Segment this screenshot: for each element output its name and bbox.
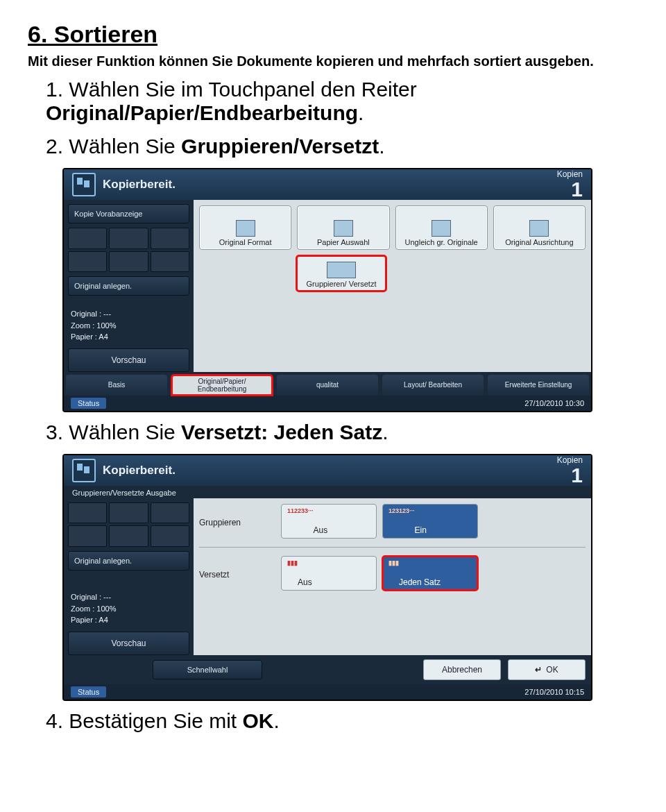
main-area: Original Format Papier Auswahl Ungleich … — [194, 200, 591, 372]
preview-button[interactable]: Vorschau — [68, 632, 189, 655]
step-4: 4. Bestätigen Sie mit OK. — [46, 709, 638, 733]
step-2-bold: Gruppieren/Versetzt — [181, 135, 379, 158]
left-sidebar: Original anlegen. Original : --- Zoom : … — [64, 498, 194, 655]
main-area: Gruppieren 112233··· Aus 123123··· Ein — [194, 498, 591, 655]
section-intro: Mit dieser Funktion können Sie Dokumente… — [28, 53, 638, 69]
orientation-button[interactable]: Original Ausrichtung — [493, 205, 586, 250]
status-chip[interactable]: Status — [71, 686, 106, 697]
panel-footer: Status 27/10/2010 10:30 — [64, 396, 591, 411]
gruppieren-aus-button[interactable]: 112233··· Aus — [281, 504, 377, 539]
paper-select-button[interactable]: Papier Auswahl — [297, 205, 389, 250]
place-original-label: Original anlegen. — [68, 276, 189, 296]
gruppieren-label: Gruppieren — [199, 504, 275, 539]
step-3-text: 3. Wählen Sie — [46, 421, 181, 443]
touchscreen-screenshot-2: Kopierbereit. Kopien 1 Gruppieren/Verset… — [62, 454, 592, 701]
tab-basis[interactable]: Basis — [66, 375, 167, 396]
period: . — [382, 421, 388, 443]
tab-advanced[interactable]: Erweiterte Einstellung — [488, 375, 589, 396]
group-offset-button[interactable]: Gruppieren/ Versetzt — [296, 255, 386, 291]
panel-header: Kopierbereit. Kopien 1 — [64, 169, 591, 200]
stack-icon: ▮▮▮ — [287, 559, 298, 566]
tab-row: Basis Original/Papier/ Endbearbeitung qu… — [64, 372, 591, 396]
panel-footer: Status 27/10/2010 10:15 — [64, 684, 591, 700]
enter-icon: ↵ — [535, 665, 542, 675]
place-original-label: Original anlegen. — [68, 551, 189, 570]
pages-icon: 123123··· — [388, 507, 415, 514]
preview-grid — [68, 502, 189, 547]
step-1: 1. Wählen Sie im Touchpanel den Reiter O… — [46, 78, 638, 125]
datetime: 27/10/2010 10:15 — [524, 688, 584, 696]
offset-icon: ▮▮▮ — [388, 559, 399, 566]
tab-layout[interactable]: Layout/ Bearbeiten — [382, 375, 484, 396]
sub-header: Gruppieren/Versetzte Ausgabe — [64, 486, 591, 498]
copy-icon — [72, 459, 96, 482]
step-4-bold: OK — [242, 709, 273, 732]
tab-original-papier[interactable]: Original/Papier/ Endbearbeitung — [171, 375, 273, 396]
cancel-button[interactable]: Abbrechen — [423, 659, 501, 680]
panel-header: Kopierbereit. Kopien 1 — [64, 455, 591, 486]
schnellwahl-button[interactable]: Schnellwahl — [153, 660, 262, 679]
datetime: 27/10/2010 10:30 — [524, 399, 584, 407]
pages-icon: 112233··· — [287, 507, 314, 514]
step-3-bold: Versetzt: Jeden Satz — [181, 421, 382, 443]
period: . — [273, 709, 279, 732]
versetzt-aus-button[interactable]: ▮▮▮ Aus — [281, 556, 377, 591]
step-2-text: 2. Wählen Sie — [46, 135, 181, 158]
step-4-text: 4. Bestätigen Sie mit — [46, 709, 242, 732]
preview-button[interactable]: Vorschau — [68, 348, 189, 372]
step-3: 3. Wählen Sie Versetzt: Jeden Satz. — [46, 421, 638, 444]
period: . — [358, 101, 364, 124]
touchscreen-screenshot-1: Kopierbereit. Kopien 1 Kopie Vorabanzeig… — [62, 168, 592, 412]
original-format-button[interactable]: Original Format — [199, 205, 291, 250]
period: . — [379, 135, 384, 158]
status-chip[interactable]: Status — [71, 398, 106, 409]
copy-icon — [72, 173, 96, 196]
tab-qualitat[interactable]: qualitat — [277, 375, 378, 396]
step-1-text: 1. Wählen Sie im Touchpanel den Reiter — [46, 78, 417, 101]
panel-title: Kopierbereit. — [103, 464, 550, 477]
preview-grid — [68, 228, 189, 272]
left-sidebar: Kopie Vorabanzeige Original anlegen. Ori… — [64, 200, 194, 372]
versetzt-jeden-satz-button[interactable]: ▮▮▮ Jeden Satz — [382, 556, 478, 591]
side-status: Original : --- Zoom : 100% Papier : A4 — [68, 587, 189, 627]
step-2: 2. Wählen Sie Gruppieren/Versetzt. — [46, 135, 638, 158]
copies-count: 1 — [557, 179, 583, 200]
separator — [199, 547, 586, 548]
mixed-originals-button[interactable]: Ungleich gr. Originale — [395, 205, 488, 250]
panel-title: Kopierbereit. — [103, 178, 550, 192]
copies-count: 1 — [557, 465, 583, 486]
side-status: Original : --- Zoom : 100% Papier : A4 — [68, 304, 189, 344]
gruppieren-ein-button[interactable]: 123123··· Ein — [382, 504, 478, 539]
section-heading: 6. Sortieren — [28, 21, 638, 48]
step-1-bold: Original/Papier/Endbearbeitung — [46, 101, 358, 124]
copy-preview-button[interactable]: Kopie Vorabanzeige — [68, 204, 189, 223]
ok-button[interactable]: ↵ OK — [508, 659, 586, 680]
versetzt-label: Versetzt — [199, 556, 275, 591]
